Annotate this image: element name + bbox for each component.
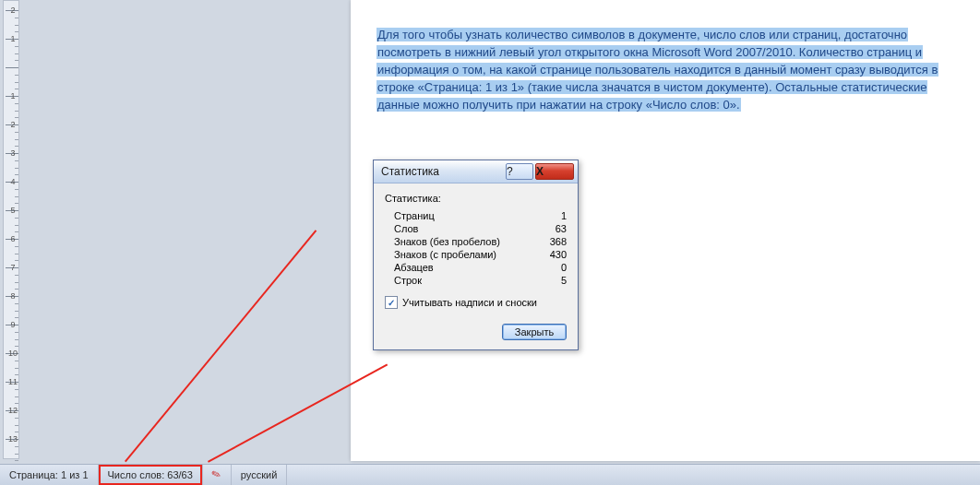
ruler-label: 2 — [6, 120, 19, 129]
checkbox-icon: ✓ — [385, 296, 398, 309]
stat-label: Строк — [394, 275, 422, 286]
stat-row: Слов63 — [385, 222, 567, 235]
dialog-body: Статистика: Страниц1Слов63Знаков (без пр… — [374, 183, 578, 318]
ruler-label: 2 — [6, 6, 19, 15]
text-line: посмотреть в нижний левый угол открытого… — [376, 45, 923, 59]
text-line: Для того чтобы узнать количество символо… — [376, 28, 908, 41]
ruler-label: 6 — [6, 234, 19, 243]
status-proofing[interactable]: ✎ — [203, 465, 232, 485]
dialog-titlebar[interactable]: Статистика ? X — [374, 160, 578, 183]
ruler-label: 8 — [6, 291, 19, 301]
stat-label: Страниц — [394, 210, 435, 221]
ruler-label: 12 — [6, 406, 19, 415]
status-word-count-text: Число слов: 63/63 — [108, 469, 193, 480]
text-line: данные можно получить при нажатии на стр… — [376, 98, 741, 112]
stat-row: Знаков (с пробелами)430 — [385, 248, 567, 261]
ruler-label: 10 — [6, 349, 19, 358]
stat-value: 430 — [550, 249, 567, 260]
stat-value: 368 — [550, 236, 567, 247]
document-paragraph: Для того чтобы узнать количество символо… — [376, 26, 954, 113]
ruler-label: 1 — [6, 34, 19, 43]
ruler-label: 7 — [6, 263, 19, 272]
help-icon: ? — [507, 166, 532, 177]
ruler-label: 9 — [6, 320, 19, 329]
ruler-label: 11 — [6, 377, 19, 386]
stat-row: Знаков (без пробелов)368 — [385, 235, 567, 248]
dialog-heading: Статистика: — [385, 193, 567, 204]
stat-row: Абзацев0 — [385, 261, 567, 274]
stat-label: Слов — [394, 223, 418, 234]
dialog-close-button[interactable]: Закрыть — [502, 324, 567, 340]
stat-value: 63 — [556, 223, 567, 234]
statistics-dialog: Статистика ? X Статистика: Страниц1Слов6… — [373, 160, 579, 350]
stat-row: Строк5 — [385, 274, 567, 287]
help-button[interactable]: ? — [506, 163, 533, 180]
status-page-text: Страница: 1 из 1 — [9, 469, 89, 480]
vertical-ruler: 2112345678910111213 — [3, 0, 19, 459]
status-language[interactable]: русский — [232, 465, 287, 485]
text-line: строке «Страница: 1 из 1» (такие числа з… — [376, 80, 927, 94]
status-page[interactable]: Страница: 1 из 1 — [0, 465, 99, 485]
dialog-title: Статистика — [381, 165, 504, 178]
stat-value: 1 — [561, 210, 567, 221]
ruler-label: 5 — [6, 206, 19, 215]
checkbox-label: Учитывать надписи и сноски — [402, 297, 537, 308]
ruler-label: 4 — [6, 177, 19, 186]
close-icon: X — [536, 166, 573, 177]
status-language-text: русский — [241, 469, 277, 480]
stat-label: Знаков (с пробелами) — [394, 249, 496, 260]
stat-value: 0 — [561, 262, 567, 273]
status-word-count-highlight: Число слов: 63/63 — [99, 465, 202, 485]
ruler-label: 1 — [6, 91, 19, 101]
dialog-footer: Закрыть — [374, 318, 578, 349]
ruler-label: 3 — [6, 148, 19, 158]
status-word-count[interactable]: Число слов: 63/63 — [99, 465, 203, 485]
stat-row: Страниц1 — [385, 209, 567, 222]
status-bar: Страница: 1 из 1 Число слов: 63/63 ✎ рус… — [0, 464, 980, 485]
app-root: { "ruler": {"labels": ["2","1","","1","2… — [0, 0, 980, 485]
callout-line — [125, 230, 317, 462]
close-button[interactable]: X — [535, 163, 574, 180]
proofing-icon: ✎ — [209, 467, 222, 482]
stat-value: 5 — [561, 275, 567, 286]
stat-label: Знаков (без пробелов) — [394, 236, 500, 247]
stat-label: Абзацев — [394, 262, 434, 273]
text-line: информация о том, на какой странице поль… — [376, 63, 938, 77]
ruler-label: 13 — [6, 434, 19, 444]
include-footnotes-checkbox[interactable]: ✓ Учитывать надписи и сноски — [385, 296, 567, 309]
